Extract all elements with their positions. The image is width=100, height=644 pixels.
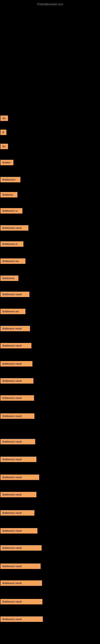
bottleneck-result-item[interactable]: Bottleneck re <box>0 208 22 214</box>
bottleneck-result-item[interactable]: B <box>0 130 6 135</box>
bottleneck-result-item[interactable]: Bo <box>0 144 8 149</box>
bottleneck-result-item[interactable]: Bottleneck result <box>0 326 30 331</box>
bottleneck-result-item[interactable]: Bottleneck <box>0 276 18 281</box>
bottleneck-result-item[interactable]: Bottleneck result <box>0 292 29 297</box>
bottleneck-result-item[interactable]: Bottleneck r <box>0 177 20 182</box>
bottleneck-result-item[interactable]: Bottleneck result <box>0 343 31 348</box>
bottleneck-result-item[interactable]: Bottleneck result <box>0 599 42 604</box>
bottleneck-result-item[interactable]: Bottleneck result <box>0 457 36 462</box>
bottleneck-result-item[interactable]: Bottleneck result <box>0 510 34 516</box>
bottleneck-result-item[interactable]: Bottleneck result <box>0 564 41 569</box>
bottleneck-result-item[interactable]: Bottleneck result <box>0 395 34 401</box>
site-title: TheBottlenecker.com <box>0 1 100 8</box>
bottleneck-result-item[interactable]: Bottleneck result <box>0 616 43 622</box>
bottleneck-result-item[interactable]: Bottleneck res <box>0 309 25 314</box>
bottleneck-result-item[interactable]: Bottleneck res <box>0 258 25 264</box>
bottleneck-result-item[interactable]: Bottleneck result <box>0 580 42 586</box>
bottleneck-result-item[interactable]: Bottleneck result <box>0 439 35 444</box>
bottleneck-result-item[interactable]: Bottleneck result <box>0 545 42 550</box>
bottleneck-result-item[interactable]: Bottleneck result <box>0 528 37 534</box>
bottleneck-result-item[interactable]: Bo <box>0 116 8 121</box>
bottleneck-result-item[interactable]: Bottlen <box>0 160 13 165</box>
bottleneck-result-item[interactable]: Bottleneck result <box>0 225 28 231</box>
bottleneck-result-item[interactable]: Bottleneck result <box>0 413 34 419</box>
bottleneck-result-item[interactable]: Bottleneck result <box>0 378 33 384</box>
bottleneck-result-item[interactable]: Bottleneck re <box>0 241 23 247</box>
bottleneck-result-item[interactable]: Bottleneck result <box>0 361 32 366</box>
bottleneck-result-item[interactable]: Bottleneck result <box>0 492 36 497</box>
bottleneck-result-item[interactable]: Bottleneck result <box>0 474 39 480</box>
bottleneck-result-item[interactable]: Bottlenec <box>0 192 17 198</box>
